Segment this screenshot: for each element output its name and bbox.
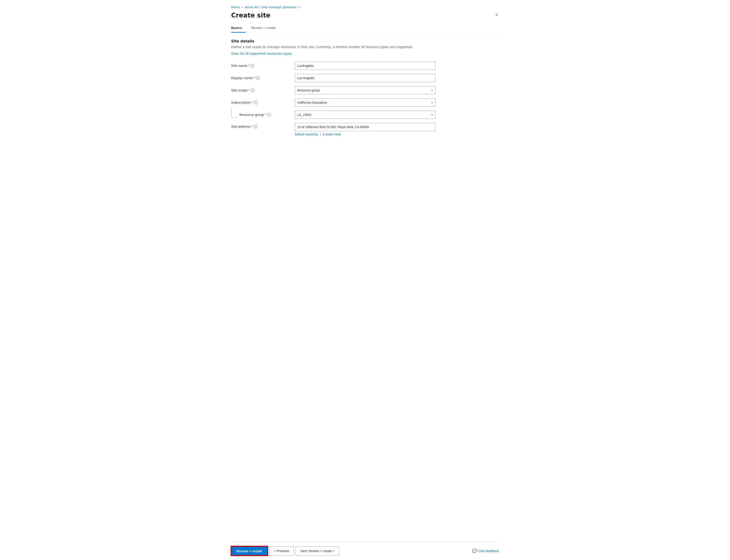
supported-resources-link[interactable]: View list of supported resources types (231, 52, 292, 55)
review-create-button[interactable]: Review + create (231, 546, 267, 555)
site-scope-row: Site scope * i Resource group Subscripti… (231, 86, 499, 94)
resource-group-required: * (265, 113, 266, 116)
section-description: Define a site scope to manage resources … (231, 45, 499, 49)
display-name-label: Display name * i (231, 76, 295, 80)
breadcrumb-sep-2: > (298, 6, 300, 9)
site-scope-select[interactable]: Resource group Subscription (295, 86, 436, 94)
site-scope-info-icon[interactable]: i (251, 88, 254, 92)
content-area: Site details Define a site scope to mana… (231, 39, 499, 533)
site-scope-label-text: Site scope (231, 88, 247, 92)
section-title: Site details (231, 39, 499, 43)
breadcrumb-home[interactable]: Home (231, 5, 240, 9)
site-address-required: * (252, 125, 253, 128)
subscription-select-wrap: California-Operations ∨ (295, 98, 436, 107)
site-name-label: Site name * i (231, 64, 295, 68)
subscription-required: * (252, 101, 253, 104)
site-name-info-icon[interactable]: i (250, 64, 254, 68)
display-name-input[interactable] (295, 74, 436, 82)
page-header: Create site × (231, 12, 499, 19)
tab-basics[interactable]: Basics (231, 24, 246, 33)
subscription-select[interactable]: California-Operations (295, 98, 436, 107)
site-address-label-text: Site address (231, 125, 251, 128)
footer-bar: Review + create < Previous Next: Review … (231, 542, 499, 560)
site-name-input[interactable] (295, 62, 436, 70)
display-name-label-text: Display name (231, 76, 253, 80)
indent-line (231, 108, 237, 118)
site-address-control: Select existing | Create new (295, 123, 436, 136)
resource-group-select[interactable]: LA_10001 (295, 111, 436, 119)
resource-group-info-icon[interactable]: i (267, 113, 271, 117)
breadcrumb-arc[interactable]: Azure Arc | Site manager (preview) (245, 5, 296, 9)
display-name-required: * (254, 76, 255, 80)
subscription-label-text: Subscription (231, 101, 251, 104)
page-container: Home > Azure Arc | Site manager (preview… (222, 0, 508, 560)
resource-group-label: Resource group * i (239, 113, 271, 117)
previous-button[interactable]: < Previous (269, 546, 294, 555)
site-scope-required: * (248, 89, 250, 92)
feedback-label: Give feedback (479, 549, 499, 553)
breadcrumb: Home > Azure Arc | Site manager (preview… (231, 5, 499, 9)
resource-group-label-text: Resource group (239, 113, 264, 117)
breadcrumb-sep-1: > (241, 6, 243, 9)
page-title: Create site (231, 12, 270, 19)
resource-group-row: Resource group * i LA_10001 ∨ (231, 111, 499, 119)
select-existing-link[interactable]: Select existing (295, 132, 318, 136)
resource-group-control: LA_10001 ∨ (295, 111, 436, 119)
subscription-info-icon[interactable]: i (254, 101, 258, 104)
address-links: Select existing | Create new (295, 132, 436, 136)
resource-group-select-wrap: LA_10001 ∨ (295, 111, 436, 119)
site-scope-select-wrap: Resource group Subscription ∨ (295, 86, 436, 94)
site-name-control (295, 62, 436, 70)
site-scope-label: Site scope * i (231, 88, 295, 92)
site-address-row: Site address * i Select existing | Creat… (231, 123, 499, 136)
site-name-row: Site name * i (231, 62, 499, 70)
subscription-row: Subscription * i California-Operations ∨ (231, 98, 499, 107)
site-name-required: * (248, 64, 249, 67)
display-name-row: Display name * i (231, 74, 499, 82)
form-section: Site name * i Display name * i (231, 62, 499, 136)
subscription-control: California-Operations ∨ (295, 98, 436, 107)
subscription-label: Subscription * i (231, 101, 295, 104)
next-button[interactable]: Next: Review + create > (296, 546, 339, 555)
site-address-input[interactable] (295, 123, 436, 131)
give-feedback-button[interactable]: 💬 Give feedback (472, 548, 499, 553)
close-button[interactable]: × (495, 12, 499, 18)
feedback-icon: 💬 (472, 548, 477, 553)
tabs-container: Basics Review + create (231, 24, 499, 33)
resource-group-label-area: Resource group * i (231, 112, 295, 118)
site-name-label-text: Site name (231, 64, 247, 68)
display-name-control (295, 74, 436, 82)
create-new-link[interactable]: Create new (323, 132, 341, 136)
footer-right: 💬 Give feedback (472, 548, 499, 553)
site-address-label: Site address * i (231, 123, 295, 128)
site-scope-control: Resource group Subscription ∨ (295, 86, 436, 94)
site-address-info-icon[interactable]: i (254, 125, 257, 128)
display-name-info-icon[interactable]: i (256, 76, 259, 80)
address-separator: | (320, 132, 321, 136)
tab-review-create[interactable]: Review + create (251, 24, 279, 33)
